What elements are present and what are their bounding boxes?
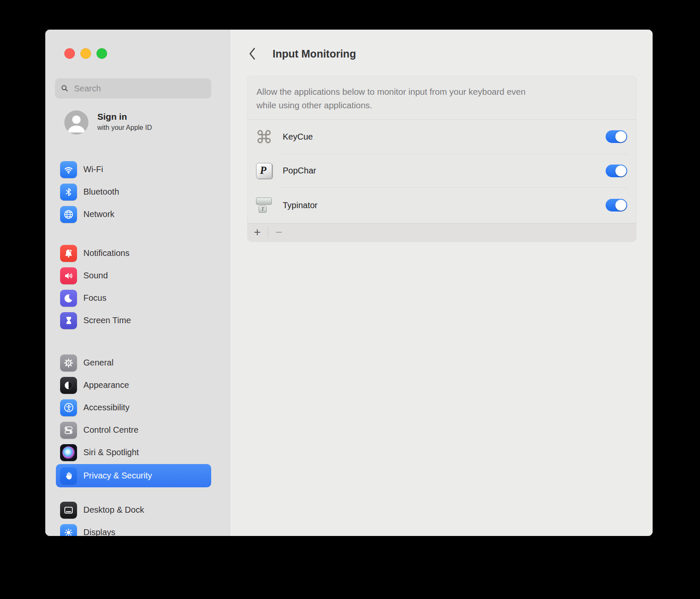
- list-edit-footer: + −: [248, 223, 636, 242]
- brightness-icon: [60, 524, 77, 536]
- sidebar-item-label: Privacy & Security: [83, 471, 152, 481]
- minimize-button[interactable]: [80, 48, 91, 59]
- toggles-icon: [60, 422, 77, 439]
- toggle-knob: [615, 165, 626, 176]
- search-icon: [61, 84, 69, 93]
- footer-separator: [268, 226, 268, 239]
- sidebar-item-label: Sound: [83, 271, 108, 280]
- sidebar-item-label: Desktop & Dock: [83, 505, 144, 515]
- gear-icon: [60, 354, 77, 371]
- description-text: Allow the applications below to monitor …: [256, 85, 620, 112]
- bluetooth-icon: [60, 184, 77, 201]
- chevron-left-icon: [248, 47, 256, 60]
- sidebar-item-label: Bluetooth: [83, 187, 119, 197]
- input-monitoring-panel: Input Monitoring Allow the applications …: [230, 30, 653, 536]
- app-row-typinator: T Typinator: [248, 187, 636, 223]
- sidebar-item-label: Notifications: [83, 248, 130, 258]
- window-dock-icon: [60, 502, 77, 519]
- input-monitoring-group: Allow the applications below to monitor …: [248, 76, 636, 242]
- sidebar-item-label: Accessibility: [83, 403, 130, 412]
- description-line-1: Allow the applications below to monitor …: [256, 87, 526, 96]
- typinator-toggle[interactable]: [606, 199, 627, 212]
- person-avatar: [64, 110, 88, 135]
- sidebar-item-appearance[interactable]: Appearance: [56, 374, 211, 396]
- sign-in-row[interactable]: Sign in with your Apple ID: [64, 110, 208, 135]
- accessibility-icon: [60, 399, 77, 416]
- sidebar-item-label: Network: [83, 209, 114, 219]
- app-row-keycue: KeyCue: [248, 119, 636, 154]
- sidebar-item-label: Siri & Spotlight: [83, 448, 139, 457]
- bell-icon: [60, 245, 77, 262]
- app-row-popchar: P PopChar: [248, 154, 636, 187]
- p-key-icon: P: [256, 162, 273, 179]
- sidebar-item-control-centre[interactable]: Control Centre: [56, 419, 211, 441]
- sidebar-item-sound[interactable]: Sound: [56, 264, 211, 287]
- sidebar-item-accessibility[interactable]: Accessibility: [56, 396, 211, 419]
- system-settings-window: Sign in with your Apple ID Wi-Fi Bluetoo…: [45, 30, 653, 536]
- sidebar-item-wifi[interactable]: Wi-Fi: [56, 158, 211, 181]
- add-app-button[interactable]: +: [251, 223, 264, 242]
- close-button[interactable]: [64, 48, 75, 59]
- sidebar-item-displays[interactable]: Displays: [56, 521, 211, 536]
- back-button[interactable]: [248, 47, 256, 60]
- toggle-knob: [615, 131, 626, 142]
- app-name: PopChar: [283, 166, 316, 176]
- search-input[interactable]: [73, 83, 202, 94]
- popchar-toggle[interactable]: [606, 165, 627, 177]
- sidebar-item-label: General: [83, 358, 113, 368]
- command-knot-icon: [256, 128, 273, 145]
- contrast-icon: [60, 377, 77, 394]
- sidebar-item-general[interactable]: General: [56, 352, 211, 374]
- sidebar-item-label: Displays: [83, 528, 116, 536]
- siri-orb-icon: [60, 444, 77, 461]
- hourglass-icon: [60, 312, 77, 329]
- sidebar-item-screen-time[interactable]: Screen Time: [56, 309, 211, 332]
- sidebar-item-desktop-dock[interactable]: Desktop & Dock: [56, 499, 211, 521]
- sidebar-item-label: Appearance: [83, 380, 129, 390]
- hand-icon: [60, 467, 77, 484]
- sign-in-title: Sign in: [97, 111, 152, 122]
- sidebar-item-label: Focus: [83, 293, 106, 303]
- sidebar-item-label: Screen Time: [83, 316, 131, 325]
- sidebar-item-bluetooth[interactable]: Bluetooth: [56, 181, 211, 203]
- page-title: Input Monitoring: [273, 47, 356, 60]
- settings-sidebar: Sign in with your Apple ID Wi-Fi Bluetoo…: [45, 30, 230, 536]
- description-line-2: while using other applications.: [256, 100, 372, 110]
- search-field[interactable]: [55, 78, 211, 99]
- sidebar-item-network[interactable]: Network: [56, 203, 211, 225]
- wifi-icon: [60, 161, 77, 178]
- app-name: Typinator: [283, 201, 317, 210]
- moon-icon: [60, 290, 77, 307]
- sidebar-item-privacy-security[interactable]: Privacy & Security: [56, 464, 211, 487]
- sidebar-item-notifications[interactable]: Notifications: [56, 242, 211, 264]
- remove-app-button[interactable]: −: [272, 223, 286, 242]
- app-name: KeyCue: [283, 132, 313, 142]
- globe-icon: [60, 206, 77, 223]
- typewriter-key-icon: T: [256, 197, 273, 214]
- sidebar-item-label: Wi-Fi: [83, 165, 103, 174]
- speaker-icon: [60, 267, 77, 284]
- toggle-knob: [615, 200, 626, 211]
- zoom-button[interactable]: [96, 48, 107, 59]
- sidebar-item-siri-spotlight[interactable]: Siri & Spotlight: [56, 441, 211, 464]
- sidebar-item-focus[interactable]: Focus: [56, 287, 211, 309]
- keycue-toggle[interactable]: [606, 130, 627, 143]
- sidebar-item-label: Control Centre: [83, 425, 138, 435]
- sign-in-subtitle: with your Apple ID: [97, 122, 152, 133]
